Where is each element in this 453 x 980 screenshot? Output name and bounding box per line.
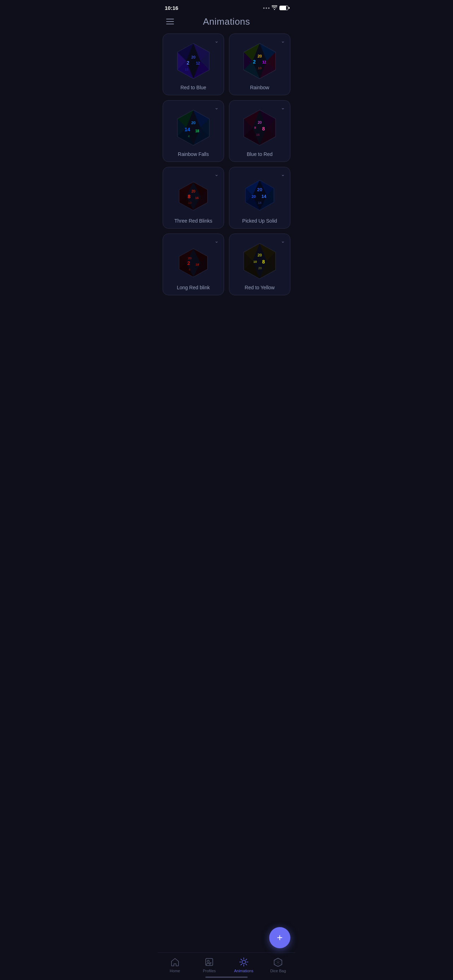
- card-label-8: Red to Yellow: [245, 285, 275, 290]
- dice-image-8: 20 10 8 20: [240, 242, 279, 280]
- chevron-down-icon: ⌄: [215, 238, 219, 244]
- battery-icon: [280, 6, 288, 10]
- svg-text:14: 14: [184, 127, 190, 132]
- card-label-6: Picked Up Solid: [242, 218, 277, 224]
- dice-image-1: 20 2 12 15: [174, 41, 213, 80]
- chevron-down-icon: ⌄: [281, 238, 285, 244]
- svg-text:18: 18: [196, 263, 199, 266]
- card-label-2: Rainbow: [250, 85, 269, 90]
- header: Animations: [158, 14, 295, 32]
- animation-card-7[interactable]: ⌄ 20 2 18 4 Long Red blink: [163, 234, 224, 295]
- animations-scroll-area: ⌄ 20 2 12 15 Red to Blue: [158, 32, 295, 341]
- svg-text:2: 2: [187, 60, 189, 65]
- dice-image-4: 20 8 8 16: [240, 108, 279, 147]
- animation-card-8[interactable]: ⌄ 20 10 8 20 Red to Yellow: [229, 234, 290, 295]
- svg-text:16: 16: [256, 133, 260, 137]
- dice-image-5: 20 8 16 10: [174, 175, 213, 214]
- svg-text:4: 4: [188, 134, 189, 138]
- svg-text:2: 2: [253, 59, 256, 65]
- chevron-down-icon: ⌄: [215, 105, 219, 110]
- card-label-5: Three Red Blinks: [174, 218, 212, 224]
- svg-text:20: 20: [257, 121, 262, 124]
- chevron-down-icon: ⌄: [215, 172, 219, 177]
- svg-text:14: 14: [261, 194, 266, 199]
- card-label-3: Rainbow Falls: [178, 151, 209, 157]
- svg-text:8: 8: [262, 126, 265, 132]
- animation-card-5[interactable]: ⌄ 20 8 16 10 Three Red Blinks: [163, 167, 224, 229]
- wifi-icon: [272, 5, 277, 11]
- svg-text:12: 12: [262, 60, 266, 64]
- status-bar: 10:16: [158, 0, 295, 14]
- svg-text:20: 20: [191, 55, 196, 59]
- chevron-down-icon: ⌄: [215, 38, 219, 44]
- card-label-1: Red to Blue: [180, 85, 206, 90]
- chevron-down-icon: ⌄: [281, 38, 285, 44]
- svg-text:10: 10: [258, 66, 261, 70]
- svg-text:15: 15: [185, 68, 188, 71]
- chevron-down-icon: ⌄: [281, 105, 285, 110]
- svg-text:2: 2: [188, 260, 190, 266]
- svg-text:4: 4: [188, 268, 190, 271]
- dice-image-7: 20 2 18 4: [174, 242, 213, 280]
- svg-text:8: 8: [188, 194, 191, 199]
- animation-card-4[interactable]: ⌄ 20 8 8 16 Blue to Red: [229, 100, 290, 162]
- dice-image-6: 20 20 14 18: [240, 175, 279, 214]
- svg-text:20: 20: [191, 121, 196, 125]
- card-label-7: Long Red blink: [177, 285, 210, 290]
- svg-text:20: 20: [251, 194, 256, 199]
- svg-text:20: 20: [258, 266, 262, 270]
- svg-text:8: 8: [262, 259, 265, 264]
- svg-text:12: 12: [196, 61, 200, 65]
- svg-text:20: 20: [188, 256, 192, 260]
- time-display: 10:16: [165, 5, 178, 11]
- animation-card-2[interactable]: ⌄ 20 2 12 10 Rainbow: [229, 33, 290, 95]
- svg-text:20: 20: [257, 253, 262, 257]
- dice-image-3: 20 14 18 4: [174, 108, 213, 147]
- svg-text:20: 20: [257, 54, 262, 58]
- animation-card-1[interactable]: ⌄ 20 2 12 15 Red to Blue: [163, 33, 224, 95]
- signal-icon: [263, 7, 270, 9]
- svg-text:20: 20: [191, 189, 196, 193]
- svg-text:16: 16: [195, 196, 199, 200]
- svg-text:8: 8: [254, 126, 256, 129]
- animations-grid: ⌄ 20 2 12 15 Red to Blue: [158, 32, 295, 302]
- svg-text:20: 20: [257, 187, 262, 192]
- menu-button[interactable]: [165, 17, 175, 26]
- svg-text:18: 18: [195, 129, 199, 133]
- status-icons: [263, 5, 288, 11]
- animation-card-6[interactable]: ⌄ 20 20 14 18 Picked Up Solid: [229, 167, 290, 229]
- svg-text:10: 10: [253, 260, 257, 264]
- page-title: Animations: [203, 16, 250, 27]
- chevron-down-icon: ⌄: [281, 172, 285, 177]
- card-label-4: Blue to Red: [246, 151, 272, 157]
- svg-text:18: 18: [258, 201, 261, 205]
- animation-card-3[interactable]: ⌄ 20 14 18 4 Rainbow Falls: [163, 100, 224, 162]
- svg-text:10: 10: [188, 201, 192, 205]
- dice-image-2: 20 2 12 10: [240, 41, 279, 80]
